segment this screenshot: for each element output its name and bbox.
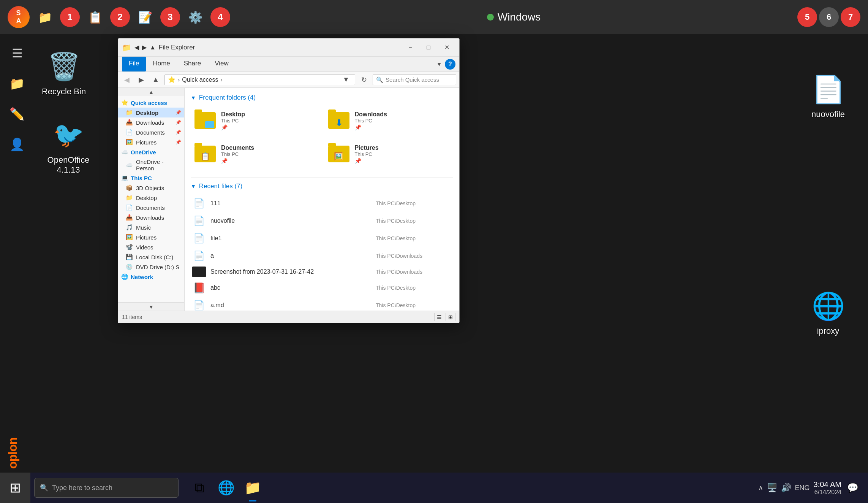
nav-forward-button[interactable]: ▶	[136, 74, 147, 86]
nav-item-desktop-2[interactable]: 📁 Desktop	[118, 193, 184, 203]
taskbar-search-box[interactable]: 🔍 Type here to search	[34, 478, 179, 498]
recent-file-111[interactable]: 📄 111 This PC\Desktop	[191, 195, 453, 212]
desktop: SA 📁 1 📋 2 📝 3 ⚙️ 4 Windows 5 6 7 ☰ 📁 ✏️…	[0, 0, 868, 503]
openoffice-img: 🐦	[51, 118, 85, 152]
taskbar-clock[interactable]: 3:04 AM 6/14/2024	[814, 480, 841, 496]
notification-button[interactable]: 💬	[845, 480, 860, 495]
file-icon-screenshot	[192, 267, 206, 277]
nav-scroll-up-button[interactable]: ▲	[118, 88, 184, 96]
recent-files-header[interactable]: ▼ Recent files (7)	[191, 182, 453, 190]
nav-pin-1: 📌	[175, 110, 181, 115]
nav-item-music[interactable]: 🎵 Music	[118, 222, 184, 232]
recent-file-a[interactable]: 📄 a This PC\Downloads	[191, 247, 453, 265]
badge-4[interactable]: 4	[210, 7, 230, 27]
nav-network[interactable]: 🌐 Network	[118, 272, 184, 282]
iproxy-icon[interactable]: 🌐 iproxy	[807, 285, 849, 340]
nav-onedrive[interactable]: ☁️ OneDrive	[118, 147, 184, 157]
right-badge-6[interactable]: 6	[819, 7, 839, 27]
taskbar-file-explorer[interactable]: 📁	[239, 473, 266, 503]
tab-share[interactable]: Share	[177, 57, 208, 71]
nav-onedrive-label: OneDrive	[131, 149, 156, 156]
folder-card-downloads[interactable]: ⬇ Downloads This PC 📌	[324, 106, 454, 135]
nav-this-pc[interactable]: 💻 This PC	[118, 173, 184, 183]
nav-up-button[interactable]: ▲	[150, 74, 161, 86]
address-path[interactable]: ⭐ › Quick access › ▼	[164, 75, 355, 85]
file-name-abc: abc	[210, 284, 371, 291]
toolbar-btn-3[interactable]: 📝	[134, 6, 157, 29]
recent-files-chevron: ▼	[191, 183, 196, 189]
nuovofile-icon[interactable]: 📄 nuovofile	[807, 68, 849, 123]
sidebar-menu-btn[interactable]: ☰	[6, 42, 28, 65]
nav-item-documents-1[interactable]: 📄 Documents 📌	[118, 127, 184, 137]
nav-item-pictures-2[interactable]: 🖼️ Pictures	[118, 232, 184, 242]
nav-item-pictures-1[interactable]: 🖼️ Pictures 📌	[118, 137, 184, 147]
nav-item-downloads-2[interactable]: 📥 Downloads	[118, 213, 184, 222]
toolbar-btn-2[interactable]: 📋	[84, 6, 106, 29]
nav-item-desktop-1[interactable]: 📁 Desktop 📌	[118, 108, 184, 117]
nav-item-dvd-drive[interactable]: 💿 DVD Drive (D:) S	[118, 262, 184, 272]
recent-file-abc[interactable]: 📕 abc This PC\Desktop	[191, 279, 453, 297]
network-icon[interactable]: 🖥️	[767, 483, 777, 493]
sidebar-folder-btn[interactable]: 📁	[6, 72, 28, 95]
nav-videos-icon: 📽️	[126, 244, 133, 251]
badge-2[interactable]: 2	[110, 7, 130, 27]
nav-quick-access[interactable]: ⭐ Quick access	[118, 98, 184, 108]
user-avatar[interactable]: SA	[8, 6, 30, 28]
file-location-nuovofile: This PC\Desktop	[376, 218, 452, 224]
sidebar-user-btn[interactable]: 👤	[6, 133, 28, 156]
start-button[interactable]: ⊞	[0, 473, 30, 503]
folder-documents-pin: 📌	[221, 158, 317, 164]
taskbar-sys-icons: 🖥️ 🔊	[767, 483, 791, 493]
taskbar-chevron-icon[interactable]: ∧	[758, 484, 763, 492]
nav-item-local-disk[interactable]: 💾 Local Disk (C:)	[118, 252, 184, 262]
folder-card-documents[interactable]: 📋 Documents This PC 📌	[191, 140, 320, 168]
nav-folder-icon-3: 📄	[126, 129, 133, 136]
badge-1[interactable]: 1	[60, 7, 80, 27]
minimize-button[interactable]: −	[402, 41, 419, 54]
sidebar-edit-btn[interactable]: ✏️	[6, 103, 28, 125]
nav-scroll-down-button[interactable]: ▼	[118, 302, 184, 311]
openoffice-icon[interactable]: 🐦 OpenOffice 4.1.13	[36, 114, 101, 179]
frequent-folders-header[interactable]: ▼ Frequent folders (4)	[191, 94, 453, 102]
volume-icon[interactable]: 🔊	[781, 483, 791, 493]
view-tiles-button[interactable]: ⊞	[446, 313, 455, 321]
right-badge-5[interactable]: 5	[797, 7, 817, 27]
view-details-button[interactable]: ☰	[434, 313, 444, 321]
nav-pane: ▲ ⭐ Quick access 📁 Desktop 📌 📥 Downloa	[118, 88, 185, 311]
folder-card-desktop[interactable]: Desktop This PC 📌	[191, 106, 320, 135]
toolbar-btn-1[interactable]: 📁	[33, 6, 56, 29]
status-text: 11 items	[122, 314, 142, 320]
close-button[interactable]: ✕	[438, 41, 455, 54]
nav-item-onedrive-person[interactable]: ☁️ OneDrive - Person	[118, 157, 184, 173]
right-badge-7[interactable]: 7	[841, 7, 860, 27]
tab-file[interactable]: File	[122, 57, 146, 71]
recycle-bin-icon[interactable]: 🗑️ Recycle Bin	[38, 46, 90, 100]
folder-documents-name: Documents	[221, 144, 317, 151]
ribbon-expand-icon[interactable]: ▼	[433, 60, 445, 69]
toolbar-btn-4[interactable]: ⚙️	[184, 6, 207, 29]
nav-back-button[interactable]: ◀	[121, 74, 133, 86]
address-dropdown-btn[interactable]: ▼	[340, 74, 352, 86]
help-icon[interactable]: ?	[445, 59, 455, 70]
recent-file-amd[interactable]: 📄 a.md This PC\Desktop	[191, 297, 453, 311]
nav-item-downloads-1[interactable]: 📥 Downloads 📌	[118, 117, 184, 127]
nav-item-documents-2[interactable]: 📄 Documents	[118, 203, 184, 213]
recent-file-file1[interactable]: 📄 file1 This PC\Desktop	[191, 230, 453, 247]
badge-3[interactable]: 3	[160, 7, 180, 27]
search-box[interactable]: 🔍 Search Quick access	[373, 75, 456, 85]
nav-onedrive-icon: ☁️	[121, 149, 128, 156]
folder-card-pictures[interactable]: 🖼️ Pictures This PC 📌	[324, 140, 454, 168]
tab-home[interactable]: Home	[146, 57, 177, 71]
file-location-file1: This PC\Desktop	[376, 235, 452, 241]
tab-view[interactable]: View	[208, 57, 236, 71]
folder-card-pictures-icon: 🖼️	[327, 143, 350, 165]
taskbar-task-view[interactable]: ⧉	[186, 473, 213, 503]
nav-item-videos[interactable]: 📽️ Videos	[118, 242, 184, 252]
recent-file-nuovofile[interactable]: 📄 nuovofile This PC\Desktop	[191, 212, 453, 230]
maximize-button[interactable]: □	[420, 41, 437, 54]
refresh-button[interactable]: ↻	[358, 74, 370, 86]
recent-file-screenshot[interactable]: Screenshot from 2023-07-31 16-27-42 This…	[191, 265, 453, 279]
taskbar-search-icon: 🔍	[40, 484, 48, 492]
nav-item-3dobjects[interactable]: 📦 3D Objects	[118, 183, 184, 193]
taskbar-edge[interactable]: 🌐	[213, 473, 239, 503]
